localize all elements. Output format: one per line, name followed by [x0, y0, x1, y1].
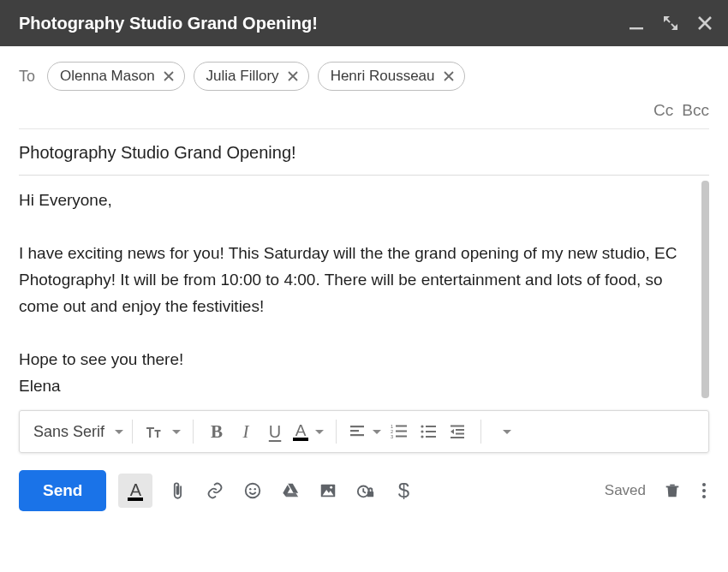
insert-drive-icon[interactable]: [277, 478, 303, 503]
separator: [193, 420, 194, 444]
cc-button[interactable]: Cc: [653, 101, 673, 120]
recipient-chip[interactable]: Julia Fillory: [194, 62, 309, 91]
svg-point-11: [421, 430, 423, 432]
body-area: Hi Everyone, I have exciting news for yo…: [19, 176, 709, 405]
formatting-toolbar: Sans Serif B I U A 1 2 3: [19, 410, 709, 453]
toggle-formatting-button[interactable]: A: [118, 474, 152, 508]
separator: [480, 420, 481, 444]
bold-button[interactable]: B: [202, 417, 231, 446]
more-options-icon[interactable]: [699, 480, 709, 502]
svg-point-22: [254, 488, 256, 490]
chevron-down-icon: [503, 430, 511, 434]
chevron-down-icon: [115, 430, 123, 434]
svg-rect-26: [367, 492, 373, 497]
svg-rect-7: [396, 426, 407, 427]
insert-emoji-icon[interactable]: [240, 478, 266, 503]
bulleted-list-button[interactable]: [414, 417, 443, 446]
text-color-button[interactable]: A: [289, 417, 327, 446]
scrollbar-thumb[interactable]: [701, 181, 709, 398]
svg-rect-18: [456, 433, 464, 435]
saved-status: Saved: [605, 482, 646, 499]
recipient-chip[interactable]: Olenna Mason: [47, 62, 185, 91]
svg-rect-0: [630, 27, 643, 29]
minimize-icon[interactable]: [629, 15, 644, 31]
svg-rect-19: [451, 437, 464, 438]
chevron-down-icon: [373, 430, 381, 434]
chevron-down-icon: [315, 430, 324, 434]
italic-button[interactable]: I: [231, 417, 260, 446]
remove-recipient-icon[interactable]: [286, 69, 300, 83]
remove-recipient-icon[interactable]: [442, 69, 456, 83]
svg-text:3: 3: [391, 434, 393, 439]
remove-recipient-icon[interactable]: [162, 69, 176, 83]
insert-link-icon[interactable]: [202, 478, 228, 503]
attach-file-icon[interactable]: [164, 478, 190, 503]
underline-button[interactable]: U: [260, 417, 289, 446]
chevron-down-icon: [172, 430, 181, 434]
svg-rect-3: [350, 434, 364, 436]
cc-bcc-row: Cc Bcc: [0, 96, 728, 128]
bcc-button[interactable]: Bcc: [682, 101, 709, 120]
recipient-name: Olenna Mason: [60, 68, 155, 85]
svg-rect-14: [426, 431, 436, 432]
discard-draft-icon[interactable]: [659, 478, 685, 503]
recipient-name: Julia Fillory: [206, 68, 279, 85]
separator: [132, 420, 133, 444]
more-formatting-button[interactable]: [490, 417, 519, 446]
svg-point-21: [250, 488, 252, 490]
svg-rect-9: [396, 436, 407, 438]
svg-rect-2: [350, 430, 359, 432]
svg-rect-13: [426, 426, 436, 427]
to-row: To Olenna Mason Julia Fillory Henri Rous…: [0, 46, 728, 96]
svg-rect-17: [456, 429, 464, 431]
svg-point-24: [331, 486, 333, 489]
bottom-action-bar: Send A $ Saved: [0, 453, 728, 511]
svg-rect-27: [666, 486, 679, 488]
svg-rect-16: [451, 426, 464, 427]
confidential-mode-icon[interactable]: [353, 478, 379, 503]
insert-photo-icon[interactable]: [315, 478, 341, 503]
close-icon[interactable]: [697, 15, 713, 31]
send-button[interactable]: Send: [19, 470, 106, 511]
recipient-chip[interactable]: Henri Rousseau: [318, 62, 465, 91]
header-window-controls: [629, 15, 713, 31]
recipient-name: Henri Rousseau: [331, 68, 435, 85]
svg-rect-15: [426, 436, 436, 438]
subject-field[interactable]: Photography Studio Grand Opening!: [0, 129, 728, 175]
svg-rect-8: [396, 431, 407, 432]
indent-less-button[interactable]: [443, 417, 472, 446]
font-name-label: Sans Serif: [33, 423, 110, 441]
svg-rect-1: [350, 426, 364, 427]
svg-point-10: [421, 425, 423, 427]
email-body[interactable]: Hi Everyone, I have exciting news for yo…: [19, 176, 709, 400]
compose-header: Photography Studio Grand Opening!: [0, 0, 728, 46]
fullscreen-icon[interactable]: [663, 15, 678, 31]
to-label: To: [19, 68, 35, 86]
font-size-button[interactable]: [141, 417, 184, 446]
align-button[interactable]: [345, 417, 385, 446]
svg-point-20: [246, 484, 260, 498]
money-icon[interactable]: $: [391, 478, 416, 503]
svg-point-12: [421, 435, 423, 438]
font-family-select[interactable]: Sans Serif: [27, 411, 130, 452]
numbered-list-button[interactable]: 1 2 3: [385, 417, 414, 446]
separator: [336, 420, 337, 444]
compose-title: Photography Studio Grand Opening!: [19, 14, 629, 33]
